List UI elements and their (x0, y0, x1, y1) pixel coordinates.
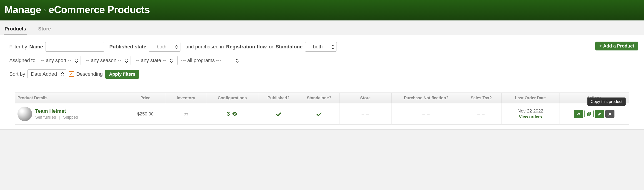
close-icon (608, 111, 612, 116)
page-header: Manage › eCommerce Products (0, 0, 644, 20)
breadcrumb-root: Manage (4, 4, 41, 16)
purchased-or: or (269, 44, 273, 50)
fulfillment-label: Self fulfilled (35, 115, 56, 120)
th-notification: Purchase Notification? (392, 93, 461, 104)
breadcrumb-caret-icon: › (44, 6, 46, 14)
assigned-to-label: Assigned to (9, 58, 36, 64)
breadcrumb: Manage › eCommerce Products (4, 4, 640, 16)
sort-by-label: Sort by (9, 71, 25, 77)
actions-cell: Copy this product (562, 110, 626, 118)
filter-row-2: Assigned to -- any sport -- -- any seaso… (9, 56, 635, 65)
share-icon (576, 111, 580, 116)
standalone-select[interactable]: -- both -- (305, 42, 337, 52)
last-order-date: Nov 22 2022 (504, 108, 557, 114)
descending-checkbox[interactable]: ✓ (69, 71, 74, 77)
th-price: Price (125, 93, 166, 104)
filter-by-label: Filter by (9, 44, 27, 50)
purchased-reg-label: Registration flow (226, 44, 266, 50)
svg-point-1 (234, 114, 235, 114)
sort-value: Date Added (31, 71, 57, 77)
th-lastorder: Last Order Date (502, 93, 560, 104)
chevron-sort-icon (61, 71, 64, 77)
filter-row-3: Sort by Date Added ✓ Descending Apply fi… (9, 69, 635, 79)
apply-filters-button[interactable]: Apply filters (105, 70, 140, 79)
products-table: Product Details Price Inventory Configur… (15, 92, 629, 125)
published-state-label: Published state (109, 44, 146, 50)
th-config: Configurations (206, 93, 258, 104)
published-state-value: -- both -- (152, 44, 171, 50)
add-product-button[interactable]: + Add a Product (595, 42, 638, 50)
chevron-sort-icon (170, 58, 173, 64)
table-row: Team Helmet Self fulfilled | Shipped $25… (15, 104, 629, 124)
product-thumbnail (18, 106, 32, 121)
product-meta: Self fulfilled | Shipped (35, 115, 78, 120)
notification-cell: – – (422, 111, 430, 116)
chevron-sort-icon (332, 44, 334, 50)
filter-by-name-label: Name (29, 44, 43, 50)
tabs: Products Store (0, 20, 644, 35)
copy-button[interactable] (584, 110, 594, 118)
th-published: Published? (258, 93, 299, 104)
state-select[interactable]: -- any state -- (133, 56, 175, 65)
tax-cell: – – (478, 111, 485, 116)
published-check-icon (276, 111, 281, 117)
filter-panel: + Add a Product Filter by Name Published… (0, 35, 644, 130)
edit-button[interactable] (595, 110, 604, 118)
share-button[interactable] (574, 110, 583, 118)
sport-value: -- any sport -- (41, 58, 71, 64)
product-details-cell: Team Helmet Self fulfilled | Shipped (18, 106, 123, 121)
store-cell: – – (362, 111, 369, 116)
state-value: -- any state -- (136, 58, 166, 64)
delete-button[interactable] (605, 110, 614, 118)
copy-tooltip: Copy this product (588, 98, 626, 106)
inventory-infinity-icon: ∞ (184, 110, 188, 118)
descending-label: Descending (76, 71, 103, 77)
config-count: 3 (227, 111, 230, 117)
standalone-check-icon (316, 111, 322, 117)
sport-select[interactable]: -- any sport -- (38, 56, 80, 65)
meta-separator: | (57, 115, 62, 120)
published-state-select[interactable]: -- both -- (148, 42, 180, 52)
purchased-in-pre: and purchased in (186, 44, 224, 50)
th-standalone: Standalone? (299, 93, 339, 104)
program-select[interactable]: --- all programs --- (178, 56, 241, 65)
th-store: Store (339, 93, 391, 104)
filter-name-input[interactable] (45, 42, 104, 52)
table-header-row: Product Details Price Inventory Configur… (15, 93, 629, 104)
purchased-standalone-label: Standalone (276, 44, 303, 50)
pencil-icon (598, 111, 601, 116)
chevron-sort-icon (125, 58, 128, 64)
product-name-link[interactable]: Team Helmet (35, 108, 78, 114)
th-inventory: Inventory (166, 93, 206, 104)
chevron-sort-icon (75, 58, 78, 64)
breadcrumb-leaf: eCommerce Products (49, 4, 150, 16)
copy-icon (587, 111, 591, 116)
tab-store[interactable]: Store (37, 26, 52, 34)
filter-row-1: Filter by Name Published state -- both -… (9, 42, 635, 52)
eye-icon (232, 112, 238, 116)
sort-select[interactable]: Date Added (28, 69, 66, 79)
chevron-sort-icon (236, 58, 238, 64)
program-value: --- all programs --- (181, 58, 221, 64)
th-details: Product Details (15, 93, 125, 104)
standalone-value: -- both -- (308, 44, 328, 50)
th-tax: Sales Tax? (461, 93, 502, 104)
configurations-link[interactable]: 3 (227, 111, 238, 117)
view-orders-link[interactable]: View orders (504, 114, 557, 119)
price-cell: $250.00 (125, 104, 166, 124)
season-value: -- any season -- (86, 58, 121, 64)
ship-status: Shipped (63, 115, 78, 120)
season-select[interactable]: -- any season -- (83, 56, 130, 65)
chevron-sort-icon (175, 44, 178, 50)
tab-products[interactable]: Products (4, 26, 27, 35)
